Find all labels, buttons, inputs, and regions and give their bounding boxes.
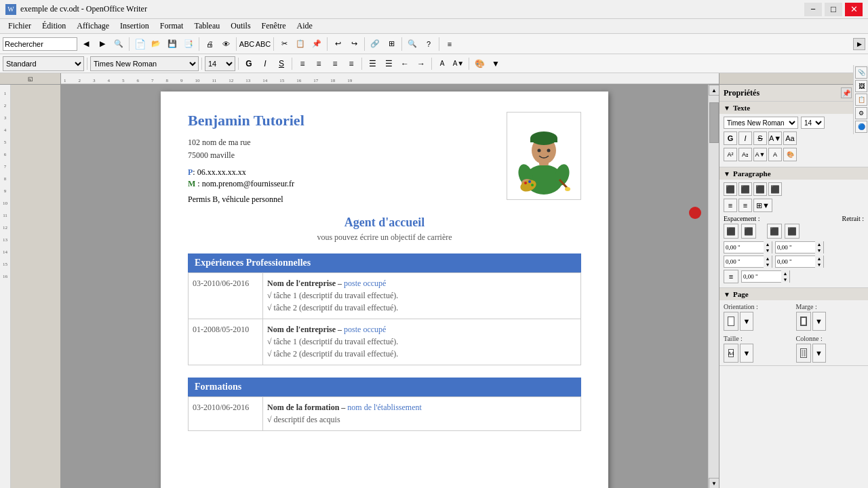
menu-insertion[interactable]: Insertion (115, 20, 155, 33)
print-btn[interactable]: 🖨 (202, 37, 217, 52)
font-color-btn[interactable]: A (435, 56, 450, 71)
open-btn[interactable]: 📂 (149, 37, 163, 52)
para-space-below-input[interactable]: 0,00 " ▲ ▼ (724, 256, 772, 268)
new-btn[interactable]: 📄 (132, 37, 147, 52)
size-dropdown-btn[interactable]: ▼ (740, 344, 753, 363)
bold-button[interactable]: G (241, 56, 256, 71)
props-fontcolor-btn[interactable]: A (768, 148, 782, 161)
para-align-left-btn[interactable]: ⬛ (724, 182, 737, 196)
bg-color-btn[interactable]: 🎨 (472, 56, 487, 71)
side-btn-5[interactable]: 🔵 (855, 121, 867, 133)
char-format-btn[interactable]: ▼ (488, 56, 503, 71)
para-list-unordered-btn[interactable]: ≡ (724, 199, 737, 212)
para-indent-left-btn[interactable]: ⬛ (767, 224, 782, 239)
highlight-btn[interactable]: A▼ (451, 56, 466, 71)
indent-decrease-btn[interactable]: ← (397, 56, 412, 71)
help-btn[interactable]: ? (421, 37, 436, 52)
menu-format[interactable]: Format (155, 20, 189, 33)
props-bgcolor-btn[interactable]: 🎨 (783, 148, 797, 161)
italic-button[interactable]: I (258, 56, 273, 71)
side-btn-4[interactable]: ⚙ (855, 107, 867, 119)
minimize-button[interactable]: − (804, 3, 822, 16)
sidebar-toggle-btn[interactable]: ▶ (853, 38, 865, 50)
search-prev-btn[interactable]: ◀ (79, 37, 94, 52)
space-below-down-btn[interactable]: ▼ (764, 262, 772, 268)
linespace-down-btn[interactable]: ▼ (781, 277, 789, 283)
space-below-up-btn[interactable]: ▲ (764, 256, 772, 262)
spellcheck2-btn[interactable]: ABC (256, 37, 271, 52)
scroll-track[interactable] (709, 96, 719, 478)
para-align-justify-btn[interactable]: ⬛ (768, 182, 782, 196)
align-justify-btn[interactable]: ≡ (344, 56, 359, 71)
side-btn-3[interactable]: 📋 (855, 94, 867, 106)
search-next-btn[interactable]: ▶ (95, 37, 110, 52)
print-preview-btn[interactable]: 👁 (218, 37, 233, 52)
menu-outils[interactable]: Outils (225, 20, 256, 33)
align-left-btn[interactable]: ≡ (295, 56, 310, 71)
indent-increase-btn[interactable]: → (414, 56, 429, 71)
props-size-select[interactable]: 14 (801, 117, 825, 129)
props-paragraph-header[interactable]: ▼ Paragraphe (719, 167, 868, 180)
props-extra2-btn[interactable]: Aa (783, 131, 797, 145)
extra-btn[interactable]: ≡ (442, 37, 457, 52)
props-page-header[interactable]: ▼ Page (719, 288, 868, 300)
para-align-right-btn[interactable]: ⬛ (753, 182, 767, 196)
margin-dropdown-btn[interactable]: ▼ (812, 312, 826, 331)
save-btn[interactable]: 💾 (165, 37, 180, 52)
props-text-header[interactable]: ▼ Texte (719, 102, 868, 114)
column-dropdown-btn[interactable]: ▼ (812, 344, 826, 363)
space-above-up-btn[interactable]: ▲ (764, 241, 772, 247)
hyperlink-btn[interactable]: 🔗 (368, 37, 382, 52)
para-list-extra-btn[interactable]: ⊞▼ (753, 199, 772, 212)
para-linespace-btn[interactable]: ≡ (724, 270, 738, 283)
props-shadow-btn[interactable]: A▼ (753, 148, 767, 161)
close-button[interactable]: ✕ (845, 3, 863, 16)
font-select[interactable]: Times New Roman (90, 56, 199, 71)
props-bold-btn[interactable]: G (724, 131, 737, 145)
indent-right-down-btn[interactable]: ▼ (815, 262, 823, 268)
column-btn[interactable] (796, 344, 811, 363)
para-linespace-input[interactable]: 0,00 " ▲ ▼ (741, 270, 790, 283)
para-space-below-btn[interactable]: ⬛ (741, 224, 756, 239)
menu-fichier[interactable]: Fichier (3, 20, 37, 33)
para-align-center-btn[interactable]: ⬛ (738, 182, 752, 196)
find-btn[interactable]: 🔍 (111, 37, 126, 52)
list-ordered-btn[interactable]: ☰ (381, 56, 396, 71)
para-space-above-btn[interactable]: ⬛ (724, 224, 738, 239)
para-space-above-input[interactable]: 0,00 " ▲ ▼ (724, 241, 772, 253)
para-indent-right-btn[interactable]: ⬛ (785, 224, 800, 239)
para-indent-right-input[interactable]: 0,00 " ▲ ▼ (775, 256, 824, 268)
margin-btn[interactable] (796, 312, 811, 331)
space-above-down-btn[interactable]: ▼ (764, 247, 772, 253)
table-btn[interactable]: ⊞ (384, 37, 399, 52)
menu-fenetre[interactable]: Fenêtre (256, 20, 292, 33)
props-font-select[interactable]: Times New Roman (724, 117, 798, 129)
zoom-out-btn[interactable]: 🔍 (405, 37, 420, 52)
maximize-button[interactable]: □ (825, 3, 842, 16)
menu-edition[interactable]: Édition (37, 20, 71, 33)
scroll-up-btn[interactable]: ▲ (709, 85, 719, 96)
menu-aide[interactable]: Aide (292, 20, 318, 33)
scroll-down-btn[interactable]: ▼ (709, 478, 719, 488)
copy-btn[interactable]: 📋 (293, 37, 308, 52)
spellcheck-btn[interactable]: ABC (239, 37, 254, 52)
underline-button[interactable]: S (274, 56, 289, 71)
redo-btn[interactable]: ↪ (347, 37, 361, 52)
orientation-portrait-btn[interactable] (724, 312, 738, 331)
size-btn[interactable]: A4 (724, 344, 738, 363)
list-unordered-btn[interactable]: ☰ (365, 56, 380, 71)
search-input[interactable] (3, 37, 77, 51)
size-select[interactable]: 14 (205, 56, 235, 71)
save-as-btn[interactable]: 📑 (181, 37, 196, 52)
indent-left-up-btn[interactable]: ▲ (815, 241, 823, 247)
props-superscript-btn[interactable]: A² (724, 148, 737, 161)
para-list-ordered-btn[interactable]: ≡ (738, 199, 752, 212)
props-subscript-btn[interactable]: A₂ (738, 148, 752, 161)
orientation-dropdown-btn[interactable]: ▼ (740, 312, 753, 331)
undo-btn[interactable]: ↩ (330, 37, 345, 52)
scroll-thumb[interactable] (709, 102, 719, 143)
linespace-up-btn[interactable]: ▲ (781, 270, 789, 277)
align-right-btn[interactable]: ≡ (328, 56, 342, 71)
align-center-btn[interactable]: ≡ (311, 56, 326, 71)
para-indent-left-input[interactable]: 0,00 " ▲ ▼ (775, 241, 824, 253)
